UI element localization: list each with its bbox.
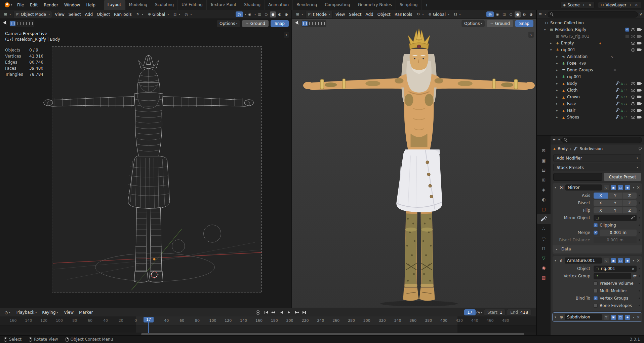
viewport-menu-item[interactable]: Add xyxy=(363,11,375,18)
mirror-modifier-header[interactable]: ▾ ⋈ Mirror ▽ ▣ □ ◉ ▾ × xyxy=(553,183,642,192)
transport-button[interactable] xyxy=(264,310,270,315)
show-overlays-toggle[interactable]: ◉ xyxy=(247,11,253,18)
armature-object-field[interactable]: □rig.001× xyxy=(594,266,637,272)
viewport-menu-item[interactable]: RanTools xyxy=(393,11,414,18)
axis-z-button[interactable]: Z xyxy=(622,193,637,199)
outliner-row[interactable]: ▸ Pose 499 △∷ xyxy=(537,60,644,67)
select-extend-icon[interactable] xyxy=(308,21,314,26)
expand-toggle-icon[interactable]: ▸ xyxy=(556,89,561,92)
disable-render-icon[interactable] xyxy=(637,109,641,112)
transport-button[interactable] xyxy=(278,310,285,315)
properties-tab-icon[interactable] xyxy=(537,224,551,234)
subdivision-modifier-header[interactable]: ▾ ⊚ Subdivision ▽ ▣ □ ◉ ▾ × xyxy=(553,313,642,321)
selectability-toggle[interactable]: ◎ xyxy=(486,11,494,17)
merge-checkbox[interactable] xyxy=(594,231,598,235)
disable-render-icon[interactable] xyxy=(637,35,641,38)
outliner-row[interactable]: ▾ Poseidon_Rigify △∷ xyxy=(537,26,644,33)
expand-toggle-icon[interactable]: ▸ xyxy=(556,109,561,112)
outliner-row[interactable]: ▸ Body △∷ xyxy=(537,80,644,87)
timeline-scrollbar[interactable] xyxy=(0,333,536,335)
modifier-name-field[interactable]: Subdivision xyxy=(565,314,602,320)
preserve-volume-checkbox[interactable] xyxy=(594,281,598,285)
workspace-tab[interactable]: Texture Paint xyxy=(207,0,240,10)
realtime-toggle[interactable]: □ xyxy=(618,185,623,190)
edit-mode-toggle[interactable]: ▣ xyxy=(611,315,616,320)
hide-eye-icon[interactable] xyxy=(631,35,635,38)
vertex-group-field[interactable]: ∷ xyxy=(594,273,631,279)
modifier-extras-icon[interactable]: ▾ xyxy=(633,316,634,319)
hide-eye-icon[interactable] xyxy=(631,48,635,52)
modifier-extras-icon[interactable]: ▾ xyxy=(633,259,634,262)
outliner-item-label[interactable]: Poseidon_Rigify xyxy=(555,27,586,32)
properties-tab-icon[interactable] xyxy=(537,263,551,273)
expand-toggle-icon[interactable]: ▾ xyxy=(550,48,555,52)
playhead-frame-label[interactable]: 17 xyxy=(144,317,154,322)
outliner-editor-icon[interactable]: ≡ xyxy=(539,12,542,16)
expand-toggle-icon[interactable]: ▸ xyxy=(556,115,561,119)
sidebar-expand-icon[interactable]: ‹ xyxy=(528,32,534,38)
rendered-shading-button[interactable]: ◕ xyxy=(283,11,289,18)
outliner-row[interactable]: ▸ Animation △∷ xyxy=(537,53,644,60)
viewport-menu-item[interactable]: Object xyxy=(95,11,112,18)
active-tool-icon[interactable] xyxy=(3,21,7,26)
viewport-menu-item[interactable]: Select xyxy=(67,11,83,18)
workspace-tab[interactable]: Modeling xyxy=(125,0,152,10)
tool-options-dropdown[interactable]: Options▾ xyxy=(461,20,485,27)
exclude-checkbox[interactable] xyxy=(625,34,629,38)
outliner-row[interactable]: ▸ Bone Groups △∷ xyxy=(537,67,644,73)
properties-tab-icon[interactable] xyxy=(537,195,551,204)
edit-cage-toggle[interactable]: ▽ xyxy=(604,258,609,263)
vertex-groups-checkbox[interactable] xyxy=(594,296,598,300)
viewport-menu-item[interactable]: Object xyxy=(375,11,393,18)
transform-orientation-button[interactable]: ⊕Global▾ xyxy=(146,11,171,18)
frame-ruler[interactable]: -160-140-120-100-80-60-40-20020406080100… xyxy=(0,316,536,325)
select-set-icon[interactable] xyxy=(10,21,15,26)
expand-toggle-icon[interactable]: ▸ xyxy=(556,55,561,58)
rendered-shading-button[interactable]: ◕ xyxy=(528,11,534,18)
transform-pivot-button[interactable]: ↻▾ xyxy=(415,11,426,17)
timeline-editor-type-button[interactable]: ◷▾ xyxy=(2,310,13,315)
hide-eye-icon[interactable] xyxy=(631,28,635,31)
properties-tab-icon[interactable] xyxy=(537,165,551,175)
expand-toggle-icon[interactable]: ▾ xyxy=(544,28,549,31)
workspace-tab[interactable]: Animation xyxy=(265,0,293,10)
outliner-row[interactable]: ▸ Cloth △∷ xyxy=(537,87,644,94)
transport-button[interactable] xyxy=(286,310,292,315)
multi-modifier-checkbox[interactable] xyxy=(594,289,598,293)
workspace-tab[interactable]: Sculpting xyxy=(151,0,178,10)
axis-y-button[interactable]: Y xyxy=(608,193,622,199)
outliner-item-label[interactable]: Pose xyxy=(567,61,576,66)
scrollbar-thumb[interactable] xyxy=(141,333,524,335)
add-workspace-button[interactable]: + xyxy=(421,1,432,9)
remove-modifier-icon[interactable]: × xyxy=(637,258,640,263)
disable-render-icon[interactable] xyxy=(637,116,641,118)
character-shaded[interactable] xyxy=(303,28,535,306)
material-shading-button[interactable]: ◐ xyxy=(277,11,283,18)
disable-render-icon[interactable] xyxy=(637,89,641,92)
wireframe-shading-button[interactable]: ○ xyxy=(508,11,514,18)
mode-selector[interactable]: ◰Object Mode▾ xyxy=(13,11,52,18)
breadcrumb-object[interactable]: Body xyxy=(558,146,568,151)
create-preset-button[interactable]: Create Preset xyxy=(604,173,641,181)
app-menu-item[interactable]: Help xyxy=(83,1,98,9)
transform-orientation-button[interactable]: ⊕Global▾ xyxy=(427,11,452,18)
end-frame-field[interactable]: End418 xyxy=(507,309,531,316)
outliner-row[interactable]: ▸ Face △∷ xyxy=(537,100,644,107)
properties-editor-icon[interactable]: ≣ xyxy=(553,138,556,142)
outliner-row[interactable]: ▸ Crown △∷ xyxy=(537,94,644,100)
expand-toggle-icon[interactable]: ▸ xyxy=(556,75,561,78)
edit-mode-toggle[interactable]: ▣ xyxy=(611,185,616,190)
outliner-item-label[interactable]: Face xyxy=(567,101,576,106)
viewport-menu-item[interactable]: View xyxy=(53,11,66,18)
clipping-checkbox[interactable] xyxy=(594,223,598,227)
exclude-checkbox[interactable] xyxy=(625,28,629,32)
outliner-row[interactable]: ▾ rig.001 △∷ xyxy=(537,46,644,53)
app-menu-item[interactable]: File xyxy=(14,1,27,9)
workspace-tab[interactable]: Rendering xyxy=(293,0,321,10)
outliner-item-label[interactable]: WGTS_rig.001 xyxy=(561,34,589,39)
start-frame-field[interactable]: Start1 xyxy=(484,309,506,316)
flip-y-button[interactable]: Y xyxy=(608,207,622,213)
new-view-layer-button[interactable]: + xyxy=(628,3,633,7)
hide-eye-icon[interactable] xyxy=(631,82,635,85)
solid-shading-button[interactable]: ● xyxy=(515,11,521,18)
